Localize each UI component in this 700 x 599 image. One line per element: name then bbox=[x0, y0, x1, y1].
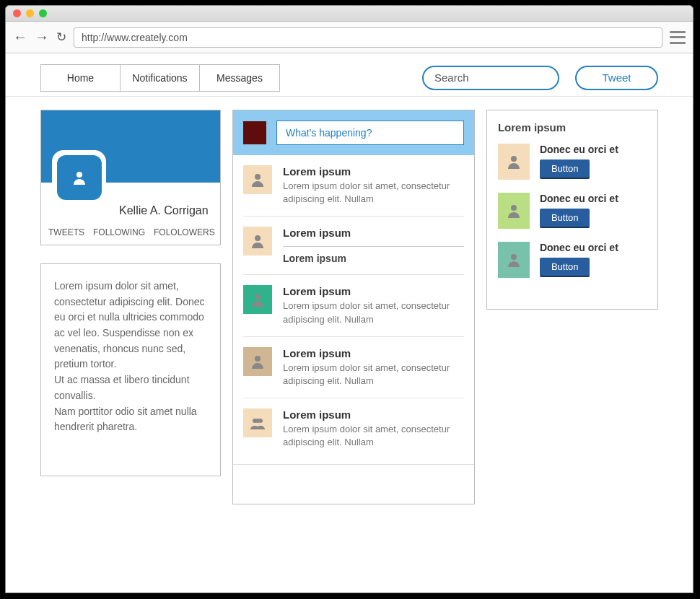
compose-input[interactable]: What's happening? bbox=[276, 121, 464, 145]
group-icon bbox=[249, 414, 266, 432]
feed-avatar bbox=[243, 285, 272, 314]
suggestion-name: Donec eu orci et bbox=[540, 242, 647, 253]
tweet-button[interactable]: Tweet bbox=[575, 66, 658, 90]
feed-text: Lorem ipsum dolor sit amet, consectetur … bbox=[283, 180, 464, 206]
svg-point-2 bbox=[255, 235, 261, 241]
feed-title: Lorem ipsum bbox=[283, 408, 464, 421]
page-content: Home Notifications Messages Search Tweet bbox=[6, 53, 693, 593]
person-icon bbox=[249, 291, 266, 308]
nav-tabs: Home Notifications Messages bbox=[40, 64, 280, 92]
feed-title: Lorem ipsum bbox=[283, 227, 464, 239]
bio-card: Lorem ipsum dolor sit amet, consectetur … bbox=[40, 263, 221, 476]
stat-following[interactable]: FOLLOWING bbox=[93, 227, 145, 237]
follow-button[interactable]: Button bbox=[540, 159, 590, 179]
hamburger-menu-icon[interactable] bbox=[670, 31, 686, 44]
feed-subline: Lorem ipsum bbox=[283, 246, 464, 264]
url-bar[interactable]: http://www.creately.com bbox=[74, 27, 662, 48]
tab-messages[interactable]: Messages bbox=[200, 65, 279, 91]
suggestion-name: Donec eu orci et bbox=[540, 144, 647, 155]
profile-banner bbox=[41, 110, 220, 183]
profile-avatar[interactable] bbox=[52, 150, 106, 204]
svg-point-3 bbox=[255, 294, 261, 300]
suggestion-avatar bbox=[498, 144, 530, 180]
tab-home[interactable]: Home bbox=[41, 65, 121, 91]
compose-avatar bbox=[243, 121, 266, 144]
person-icon bbox=[249, 232, 266, 250]
person-icon bbox=[505, 153, 522, 170]
person-icon bbox=[71, 169, 88, 186]
person-icon bbox=[505, 251, 522, 268]
suggestion-item: Donec eu orci et Button bbox=[498, 193, 647, 229]
feed-item[interactable]: Lorem ipsum Lorem ipsum dolor sit amet, … bbox=[243, 398, 464, 459]
suggestion-item: Donec eu orci et Button bbox=[498, 144, 647, 180]
profile-stats: TWEETS FOLLOWING FOLOLOWERS bbox=[41, 223, 220, 245]
feed-item[interactable]: Lorem ipsum Lorem ipsum dolor sit amet, … bbox=[243, 155, 464, 217]
svg-point-1 bbox=[255, 174, 261, 180]
profile-card: Kellie A. Corrigan TWEETS FOLLOWING FOLO… bbox=[40, 110, 221, 245]
svg-point-9 bbox=[511, 205, 517, 211]
feed-avatar bbox=[243, 408, 272, 437]
feed-title: Lorem ipsum bbox=[283, 285, 464, 297]
svg-point-4 bbox=[255, 356, 261, 362]
refresh-button[interactable]: ↻ bbox=[56, 30, 66, 45]
feed-title: Lorem ipsum bbox=[283, 165, 464, 178]
svg-point-7 bbox=[255, 419, 260, 423]
forward-button[interactable]: → bbox=[35, 29, 49, 45]
feed-item[interactable]: Lorem ipsum Lorem ipsum dolor sit amet, … bbox=[243, 337, 464, 398]
person-icon bbox=[249, 171, 266, 188]
close-window-dot[interactable] bbox=[13, 9, 21, 17]
suggestion-name: Donec eu orci et bbox=[540, 193, 647, 204]
feed-avatar bbox=[243, 347, 272, 376]
feed-avatar bbox=[243, 227, 272, 255]
suggestions-title: Lorem ipsum bbox=[498, 121, 647, 134]
suggestions-panel: Lorem ipsum Donec eu orci et Button Done… bbox=[486, 110, 658, 310]
top-nav: Home Notifications Messages Search Tweet bbox=[6, 53, 693, 97]
person-icon bbox=[505, 202, 522, 219]
stat-followers[interactable]: FOLOLOWERS bbox=[154, 227, 215, 237]
tab-notifications[interactable]: Notifications bbox=[121, 65, 200, 91]
suggestion-avatar bbox=[498, 242, 530, 278]
window-titlebar bbox=[6, 6, 693, 22]
feed-item[interactable]: Lorem ipsum Lorem ipsum dolor sit amet, … bbox=[243, 275, 464, 336]
feed-text: Lorem ipsum dolor sit amet, consectetur … bbox=[283, 423, 464, 449]
feed-title: Lorem ipsum bbox=[283, 347, 464, 359]
browser-toolbar: ← → ↻ http://www.creately.com bbox=[6, 22, 693, 53]
feed-text: Lorem ipsum dolor sit amet, consectetur … bbox=[283, 362, 464, 388]
feed-text: Lorem ipsum dolor sit amet, consectetur … bbox=[283, 300, 464, 325]
follow-button[interactable]: Button bbox=[540, 258, 590, 277]
svg-point-8 bbox=[511, 156, 517, 162]
suggestion-avatar bbox=[498, 193, 530, 229]
svg-point-0 bbox=[76, 172, 82, 178]
feed-avatar bbox=[243, 165, 272, 194]
suggestion-item: Donec eu orci et Button bbox=[498, 242, 647, 278]
follow-button[interactable]: Button bbox=[540, 209, 590, 228]
feed-item[interactable]: Lorem ipsum Lorem ipsum bbox=[243, 217, 464, 275]
stat-tweets[interactable]: TWEETS bbox=[48, 227, 84, 237]
feed-footer bbox=[233, 464, 474, 504]
maximize-window-dot[interactable] bbox=[39, 9, 47, 17]
minimize-window-dot[interactable] bbox=[26, 9, 34, 17]
person-icon bbox=[249, 353, 266, 370]
back-button[interactable]: ← bbox=[13, 29, 27, 45]
browser-window: ← → ↻ http://www.creately.com Home Notif… bbox=[5, 5, 694, 593]
svg-point-10 bbox=[511, 254, 517, 260]
search-input[interactable]: Search bbox=[422, 66, 559, 90]
compose-box: What's happening? bbox=[233, 110, 474, 155]
feed-column: What's happening? Lorem ipsum Lorem ipsu… bbox=[232, 110, 475, 504]
